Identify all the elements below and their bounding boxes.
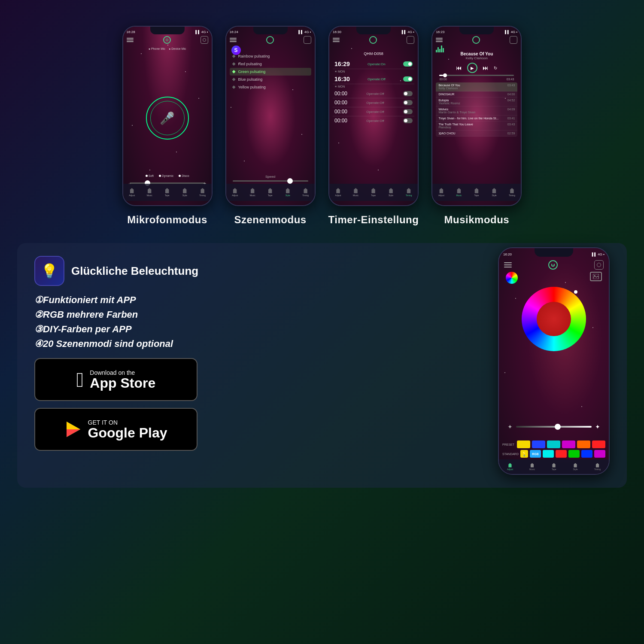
std-icon-bulb[interactable]: 💡 xyxy=(520,450,528,458)
brightness-slider-big-phone[interactable]: ✦ ✦ xyxy=(507,423,600,433)
toggle-0000-4[interactable] xyxy=(403,118,413,123)
tab-music-musik[interactable]: Music xyxy=(456,188,462,197)
app-store-button[interactable]:  Download on the App Store xyxy=(34,358,197,401)
music-progress-bar[interactable] xyxy=(439,75,514,76)
settings-icon-big-phone[interactable] xyxy=(594,260,604,270)
preset-orange[interactable] xyxy=(577,440,590,448)
app-icon: 💡 xyxy=(34,256,64,286)
tab-tape-szenen[interactable]: Tape xyxy=(267,188,273,197)
signal-szenen: ▌▌ 4G ▪ xyxy=(298,30,311,34)
std-color-5[interactable] xyxy=(594,450,605,458)
big-tab-timing[interactable]: Timing xyxy=(594,463,601,471)
std-color-2[interactable] xyxy=(556,450,567,458)
power-icon-musik[interactable] xyxy=(472,36,480,44)
song-item-7[interactable]: 02:59 XIAO CHOU xyxy=(436,131,517,137)
std-rgb-label[interactable]: RGB xyxy=(530,450,541,458)
bottom-bar-mikrofon: Adjust Music Tape Style Timing xyxy=(123,184,212,201)
tab-timing-szenen[interactable]: Timing xyxy=(302,188,309,197)
settings-icon-szenen[interactable] xyxy=(304,36,311,44)
phone-group-szenen: 16:24 ▌▌ 4G ▪ S Rai xyxy=(225,26,316,226)
repeat-icon[interactable]: ↻ xyxy=(494,66,497,70)
power-icon-big-phone[interactable] xyxy=(548,260,558,270)
preset-blue[interactable] xyxy=(532,440,545,448)
power-icon-mikrofon[interactable] xyxy=(163,36,171,44)
color-wheel[interactable] xyxy=(522,287,586,351)
scene-rainbow[interactable]: Rainbow pulsating xyxy=(230,52,311,60)
settings-icon-mikrofon[interactable] xyxy=(200,36,208,44)
signal-mikrofon: ▌▌ 4G ▪ xyxy=(195,30,208,34)
toggle-0000-1[interactable] xyxy=(403,91,413,96)
big-tab-adjust[interactable]: Adjust xyxy=(507,463,513,471)
song-item-6[interactable]: 03:43 The Truth That You Leave Pianoboy xyxy=(436,122,517,131)
google-play-button[interactable]: GET IT ON Google Play xyxy=(34,408,197,451)
menu-icon-timer[interactable] xyxy=(333,38,340,42)
std-color-4[interactable] xyxy=(581,450,592,458)
tab-timing-mikrofon[interactable]: Timing xyxy=(199,188,206,197)
tab-adjust-timer[interactable]: Adjust xyxy=(335,188,341,197)
tab-style-mikrofon[interactable]: Style xyxy=(182,188,188,197)
song-item-5[interactable]: 03:41 Troye Sivan - for him. Live on the… xyxy=(436,115,517,122)
power-icon-szenen[interactable] xyxy=(266,36,274,44)
app-title: Glückliche Beleuchtung xyxy=(71,264,198,278)
toggle-1629[interactable] xyxy=(403,61,413,67)
tab-tape-musik[interactable]: Tape xyxy=(474,188,480,197)
menu-icon-szenen[interactable] xyxy=(230,38,237,42)
tab-tape-timer[interactable]: Tape xyxy=(371,188,377,197)
big-tab-tape[interactable]: Tape xyxy=(551,463,556,471)
preset-cyan[interactable] xyxy=(547,440,560,448)
apple-icon:  xyxy=(76,368,84,392)
tab-adjust-musik[interactable]: Adjust xyxy=(438,188,444,197)
song-item-4[interactable]: 04:09 Wolves Martin Garrix & Troye Sivan xyxy=(436,106,517,115)
play-icon[interactable]: ▶ xyxy=(467,63,477,73)
preset-red[interactable] xyxy=(592,440,605,448)
phone-screen-szenen: 16:24 ▌▌ 4G ▪ S Rai xyxy=(226,27,315,205)
tab-tape-mikrofon[interactable]: Tape xyxy=(164,188,170,197)
tab-adjust-szenen[interactable]: Adjust xyxy=(232,188,238,197)
scene-speed-slider[interactable]: Speed xyxy=(233,175,308,182)
scene-green[interactable]: Green pulsating xyxy=(230,68,311,76)
song-list: 03:43 Because Of You Kelly Clarkson 04:0… xyxy=(436,82,517,137)
toggle-0000-3[interactable] xyxy=(403,109,413,114)
color-dot-big-phone[interactable] xyxy=(506,272,518,284)
color-wheel-center xyxy=(537,302,571,336)
settings-icon-musik[interactable] xyxy=(510,36,517,44)
toggle-0000-2[interactable] xyxy=(403,100,413,105)
std-color-1[interactable] xyxy=(543,450,554,458)
current-song-artist: Kelly Clarkson xyxy=(436,56,517,60)
menu-icon-big-phone[interactable] xyxy=(504,262,512,267)
scene-blue[interactable]: Blue pulsating xyxy=(230,76,311,83)
mic-symbol: 🎤 xyxy=(160,111,175,125)
scene-red[interactable]: Red pulsating xyxy=(230,60,311,68)
scene-yellow[interactable]: Yellow pulsating xyxy=(230,83,311,91)
svg-marker-3 xyxy=(67,429,80,437)
song-item-2[interactable]: 04:00 DINOSAUR xyxy=(436,91,517,97)
tab-timing-timer[interactable]: Timing xyxy=(406,188,412,197)
tab-adjust-mikrofon[interactable]: Adjust xyxy=(129,188,135,197)
std-color-3[interactable] xyxy=(568,450,580,458)
tab-music-mikrofon[interactable]: Music xyxy=(146,188,152,197)
tab-music-szenen[interactable]: Music xyxy=(249,188,255,197)
music-content: Because Of You Kelly Clarkson ⏮ ▶ ⏭ ↻ 00… xyxy=(432,48,521,140)
menu-icon-mikrofon[interactable] xyxy=(127,38,134,42)
song-item-1[interactable]: 03:43 Because Of You Kelly Clarkson xyxy=(436,82,517,91)
next-icon[interactable]: ⏭ xyxy=(483,64,489,71)
preset-purple[interactable] xyxy=(562,440,575,448)
song-item-3[interactable]: 04:52 Eutopia Yooholic Roomz xyxy=(436,97,517,106)
tab-style-timer[interactable]: Style xyxy=(388,188,394,197)
tab-music-timer[interactable]: Music xyxy=(353,188,359,197)
settings-icon-timer[interactable] xyxy=(407,36,414,44)
prev-icon[interactable]: ⏮ xyxy=(456,64,462,71)
bottom-bar-szenen: Adjust Music Tape Style Timing xyxy=(226,184,315,201)
tab-style-musik[interactable]: Style xyxy=(491,188,497,197)
tab-style-szenen[interactable]: Style xyxy=(285,188,291,197)
power-icon-timer[interactable] xyxy=(369,36,377,44)
big-tab-style[interactable]: Style xyxy=(573,463,578,471)
google-play-big-text: Google Play xyxy=(88,426,167,440)
image-icon-big-phone[interactable] xyxy=(590,272,602,281)
toggle-1630[interactable] xyxy=(403,76,413,82)
big-tab-music[interactable]: Music xyxy=(529,463,535,471)
tab-timing-musik[interactable]: Timing xyxy=(509,188,515,197)
status-bar-mikrofon: 16:28 ▌▌ 4G ▪ xyxy=(127,28,208,35)
menu-icon-musik[interactable] xyxy=(436,38,443,42)
preset-yellow[interactable] xyxy=(517,440,530,448)
